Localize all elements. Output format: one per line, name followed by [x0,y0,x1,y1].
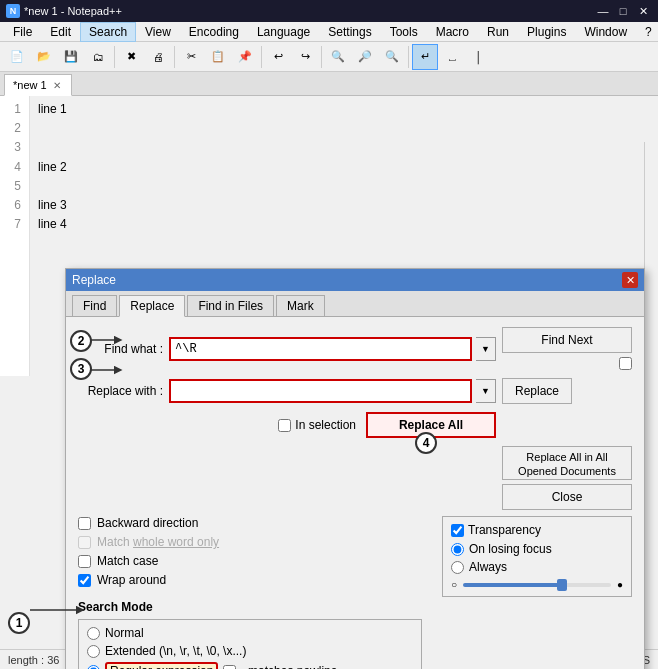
whole-word-label: Match whole word only [97,535,219,549]
find-next-checkbox[interactable] [619,357,632,370]
menu-plugins[interactable]: Plugins [518,22,575,42]
menu-file[interactable]: File [4,22,41,42]
save-button[interactable]: 💾 [58,44,84,70]
toolbar-separator-3 [261,46,262,68]
indent-guide-button[interactable]: │ [466,44,492,70]
wordwrap-button[interactable]: ↵ [412,44,438,70]
redo-button[interactable]: ↪ [292,44,318,70]
in-selection-checkbox[interactable] [278,419,291,432]
menu-encoding[interactable]: Encoding [180,22,248,42]
find-button[interactable]: 🔍 [325,44,351,70]
line-numbers: 1 2 3 4 5 6 7 [0,96,30,376]
paste-button[interactable]: 📌 [232,44,258,70]
always-radio-row: Always [451,560,623,574]
on-focus-radio[interactable] [451,543,464,556]
dot-newline-checkbox[interactable] [223,665,236,670]
wrap-around-row: Wrap around [78,573,422,587]
title-bar: N *new 1 - Notepad++ — □ ✕ [0,0,658,22]
menu-help[interactable]: ? [636,22,658,42]
replace-with-input[interactable] [169,379,472,403]
dialog-tab-mark[interactable]: Mark [276,295,325,316]
save-all-button[interactable]: 🗂 [85,44,111,70]
transparency-slider-wrap: ○ ● [451,579,623,590]
close-dialog-button[interactable]: Close [502,484,632,510]
zoom-in-button[interactable]: 🔎 [352,44,378,70]
slider-thumb [557,579,567,591]
minimize-button[interactable]: — [594,3,612,19]
whitespace-button[interactable]: ⎵ [439,44,465,70]
close-row: Close [78,484,632,510]
annotation-3: 3 [70,358,92,380]
menu-run[interactable]: Run [478,22,518,42]
transparency-checkbox[interactable] [451,524,464,537]
replace-with-dropdown[interactable]: ▼ [476,379,496,403]
button-col-2: Replace [502,378,632,404]
match-case-checkbox[interactable] [78,555,91,568]
transparency-slider[interactable] [463,583,611,587]
menu-view[interactable]: View [136,22,180,42]
replace-with-row: Replace with : ▼ Replace [78,378,632,404]
print-button[interactable]: 🖨 [145,44,171,70]
vertical-scrollbar[interactable] [644,142,658,420]
replace-all-docs-button[interactable]: Replace All in All Opened Documents [502,446,632,480]
in-selection-row: In selection Replace All [78,412,632,438]
search-mode-box: Normal Extended (\n, \r, \t, \0, \x...) … [78,619,422,669]
dialog-title-bar[interactable]: Replace ✕ [66,269,644,291]
menu-search[interactable]: Search [80,22,136,42]
zoom-out-button[interactable]: 🔍 [379,44,405,70]
wrap-around-checkbox[interactable] [78,574,91,587]
whole-word-checkbox[interactable] [78,536,91,549]
close-button[interactable]: ✕ [634,3,652,19]
dialog-tab-find[interactable]: Find [72,295,117,316]
menu-language[interactable]: Language [248,22,319,42]
left-options: Backward direction Match whole word only… [78,516,422,669]
find-what-row: Find what : ▼ Find Next [78,327,632,370]
replace-button[interactable]: Replace [502,378,572,404]
copy-button[interactable]: 📋 [205,44,231,70]
right-options: Transparency On losing focus Always ○ [442,516,632,669]
backward-label: Backward direction [97,516,198,530]
slider-max-icon: ● [617,579,623,590]
extended-radio[interactable] [87,645,100,658]
maximize-button[interactable]: □ [614,3,632,19]
annotation-4: 4 [415,432,437,454]
regex-label: Regular expression [105,662,218,669]
open-button[interactable]: 📂 [31,44,57,70]
replace-all-docs-row: Replace All in All Opened Documents [78,446,632,480]
cut-button[interactable]: ✂ [178,44,204,70]
annotation-1: 1 [8,612,30,634]
toolbar-separator-4 [321,46,322,68]
dialog-title: Replace [72,273,116,287]
menu-settings[interactable]: Settings [319,22,380,42]
menu-edit[interactable]: Edit [41,22,80,42]
close-doc-button[interactable]: ✖ [118,44,144,70]
dialog-tab-find-in-files[interactable]: Find in Files [187,295,274,316]
normal-label: Normal [105,626,144,640]
find-what-input[interactable] [169,337,472,361]
find-what-dropdown[interactable]: ▼ [476,337,496,361]
menu-tools[interactable]: Tools [381,22,427,42]
toolbar-separator-5 [408,46,409,68]
new-button[interactable]: 📄 [4,44,30,70]
find-input-wrap: ▼ [169,337,496,361]
window-controls: — □ ✕ [594,3,652,19]
backward-checkbox[interactable] [78,517,91,530]
toolbar-separator-1 [114,46,115,68]
normal-radio[interactable] [87,627,100,640]
tab-close-button[interactable]: ✕ [51,79,63,91]
match-case-label: Match case [97,554,158,568]
transparency-title: Transparency [451,523,623,537]
always-radio[interactable] [451,561,464,574]
menu-window[interactable]: Window [575,22,636,42]
tab-new1[interactable]: *new 1 ✕ [4,74,72,96]
replace-input-wrap: ▼ [169,379,496,403]
find-next-button[interactable]: Find Next [502,327,632,353]
dialog-close-button[interactable]: ✕ [622,272,638,288]
regex-radio-row: Regular expression . matches newline [87,662,413,669]
on-focus-radio-row: On losing focus [451,542,623,556]
dialog-tab-replace[interactable]: Replace [119,295,185,317]
regex-radio[interactable] [87,665,100,670]
replace-dialog: Replace ✕ Find Replace Find in Files Mar… [65,268,645,669]
menu-macro[interactable]: Macro [427,22,478,42]
undo-button[interactable]: ↩ [265,44,291,70]
